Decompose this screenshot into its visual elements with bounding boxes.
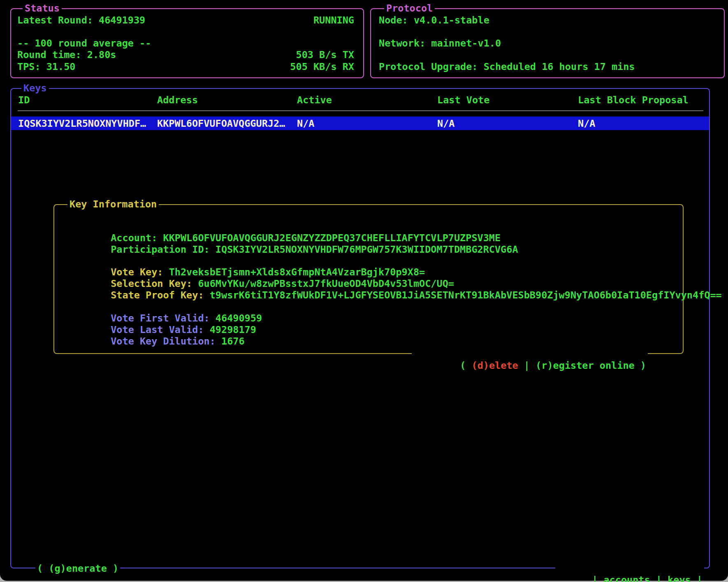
row-cell-last-block-proposal: N/A [578,118,595,129]
round-average-header: -- 100 round average -- [17,38,151,49]
status-panel-title: Status [23,2,62,14]
column-header-id: ID [18,95,30,105]
key-actions-divider: | [518,360,536,371]
keys-panel-title: Keys [21,82,49,94]
register-online-button[interactable]: (r)egister online ) [536,360,646,371]
column-header-last-block-proposal: Last Block Proposal [578,95,689,105]
view-tabs: | accounts | keys | [555,563,704,574]
state-proof-key-value: t9wsrK6tiT1Y8zfWUkDF1V+LJGFYSEOVB1JiA5SE… [210,289,722,301]
vote-key-line: Vote Key: Th2veksbETjsmn+Xlds8xGfmpNtA4V… [64,256,425,267]
terminal-window: Status Latest Round: 46491939 RUNNING --… [0,0,728,581]
participation-id-value: IQSK3IYV2LR5NOXNYVHDFW76MPGW757K3WIIDOM7… [216,244,518,255]
selection-key-line: Selection Key: 6u6MvYKu/w8zwPBsstxJ7fkUu… [64,268,454,278]
network-text: Network: mainnet-v1.0 [379,38,501,49]
vote-first-valid-line: Vote First Valid: 46490959 [64,302,262,313]
state-proof-key-line: State Proof Key: t9wsrK6tiT1Y8zfWUkDF1V+… [64,279,722,290]
keys-panel: Keys ID Address Active Last Vote Last Bl… [10,88,710,568]
tab-accounts[interactable]: accounts [603,574,650,582]
tps-text: TPS: 31.50 [17,61,75,72]
protocol-upgrade-text: Protocol Upgrade: Scheduled 16 hours 17 … [379,61,635,72]
protocol-panel: Protocol Node: v4.0.1-stable Network: ma… [370,8,725,78]
node-version-text: Node: v4.0.1-stable [379,15,489,26]
tabs-divider: | [650,574,668,582]
row-cell-id: IQSK3IYV2LR5NOXNYVHDF… [18,118,146,129]
key-actions: ( (d)elete | (r)egister online ) [412,348,648,360]
tab-keys[interactable]: keys [668,574,691,582]
column-header-address: Address [157,95,198,105]
protocol-panel-title: Protocol [384,2,435,14]
row-cell-active: N/A [297,118,314,129]
account-line: Account: KKPWL6OFVUFOAVQGGURJ2EGNZYZZDPE… [64,222,501,233]
latest-round-text: Latest Round: 46491939 [17,15,145,26]
table-row[interactable]: IQSK3IYV2LR5NOXNYVHDF… KKPWL6OFVUFOAVQGG… [11,116,709,130]
tabs-close: | [691,574,702,582]
table-header-divider [18,110,703,111]
column-header-active: Active [297,95,332,105]
key-actions-open: ( [460,360,471,371]
round-time-text: Round time: 2.80s [17,49,116,60]
state-proof-key-label: State Proof Key: [111,289,210,301]
delete-key-button[interactable]: (d)elete [472,360,518,371]
node-state-badge: RUNNING [313,15,354,26]
participation-id-label: Participation ID: [111,244,216,255]
row-cell-address: KKPWL6OFVUFOAVQGGURJ2… [157,118,285,129]
vote-key-dilution-value: 1676 [221,335,245,347]
generate-key-button[interactable]: ( (g)enerate ) [35,563,120,574]
column-header-last-vote: Last Vote [437,95,489,105]
vote-last-valid-line: Vote Last Valid: 49298179 [64,314,256,324]
status-panel: Status Latest Round: 46491939 RUNNING --… [10,8,364,78]
vote-key-dilution-line: Vote Key Dilution: 1676 [64,325,245,336]
key-information-title: Key Information [67,198,159,210]
participation-id-line: Participation ID: IQSK3IYV2LR5NOXNYVHDFW… [64,233,518,244]
vote-key-dilution-label: Vote Key Dilution: [111,335,221,347]
row-cell-last-vote: N/A [437,118,454,129]
tabs-open: | [592,574,603,582]
key-information-panel: Key Information Account: KKPWL6OFVUFOAVQ… [53,204,684,354]
rx-rate-text: 505 KB/s RX [290,61,354,72]
tx-rate-text: 503 B/s TX [296,49,354,60]
